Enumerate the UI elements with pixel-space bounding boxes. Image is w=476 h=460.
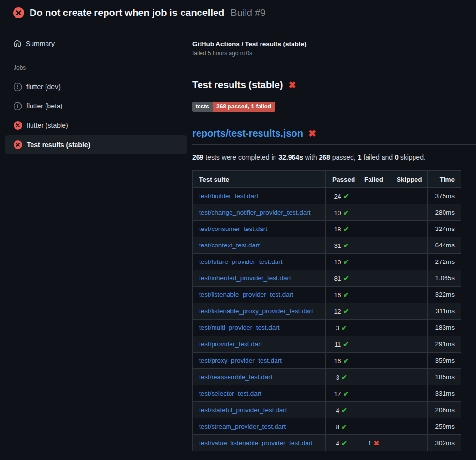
- time-cell: 185ms: [428, 369, 461, 385]
- skipped-cell: [390, 237, 428, 254]
- test-suite-link[interactable]: test/stateful_provider_test.dart: [199, 406, 287, 414]
- time-cell: 183ms: [428, 320, 461, 336]
- job-failed-icon: [14, 140, 22, 149]
- test-suite-link[interactable]: test/proxy_provider_test.dart: [199, 357, 282, 364]
- passed-cell: 4✔: [326, 435, 357, 451]
- passed-cell: 18✔: [326, 221, 357, 237]
- test-suite-link[interactable]: test/reassemble_test.dart: [199, 373, 273, 381]
- skipped-cell: [390, 204, 428, 221]
- test-suite-link[interactable]: test/value_listenable_provider_test.dart: [199, 439, 313, 446]
- time-cell: 302ms: [428, 435, 461, 451]
- passed-cell: 81✔: [326, 270, 357, 287]
- failed-cell: [357, 237, 390, 254]
- test-suite-link[interactable]: test/listenable_provider_test.dart: [199, 291, 293, 298]
- sidebar-item-flutter-dev[interactable]: flutter (dev): [5, 77, 187, 96]
- test-suite-link[interactable]: test/builder_test.dart: [199, 192, 258, 199]
- check-icon: ✔: [343, 291, 349, 299]
- sidebar-item-summary[interactable]: Summary: [0, 36, 192, 51]
- failed-cell: [357, 385, 390, 402]
- jobs-section-label: Jobs: [0, 64, 192, 71]
- passed-cell: 4✔: [326, 402, 357, 418]
- failed-cell: [357, 204, 390, 221]
- passed-cell: 3✔: [326, 369, 357, 385]
- job-cancelled-icon: [14, 83, 22, 91]
- column-header-failed: Failed: [357, 171, 390, 188]
- time-cell: 375ms: [428, 188, 461, 204]
- test-suite-link[interactable]: test/listenable_proxy_provider_test.dart: [199, 307, 313, 315]
- sidebar: Summary Jobs flutter (dev): [0, 25, 192, 154]
- table-row: test/context_test.dart 31✔ 644ms: [193, 237, 461, 254]
- test-suite-link[interactable]: test/multi_provider_test.dart: [199, 324, 280, 331]
- table-row: test/value_listenable_provider_test.dart…: [193, 435, 461, 451]
- check-icon: ✔: [341, 373, 347, 381]
- time-cell: 324ms: [428, 221, 461, 237]
- sidebar-item-flutter-stable[interactable]: flutter (stable): [5, 116, 187, 135]
- test-suite-link[interactable]: test/provider_test.dart: [199, 340, 262, 348]
- sidebar-item-flutter-beta[interactable]: flutter (beta): [5, 96, 187, 116]
- skipped-cell: [390, 320, 428, 336]
- skipped-cell: [390, 221, 428, 237]
- job-label: flutter (beta): [26, 102, 62, 110]
- time-cell: 272ms: [428, 254, 461, 270]
- failed-x-icon: ✖: [288, 80, 296, 90]
- summary-sentence: 269 tests were completed in 32.964s with…: [192, 153, 476, 161]
- passed-cell: 17✔: [326, 385, 357, 402]
- skipped-cell: [390, 369, 428, 385]
- failed-cell: 1✖: [357, 435, 390, 451]
- table-row: test/multi_provider_test.dart 3✔ 183ms: [193, 320, 461, 336]
- column-header-skipped: Skipped: [390, 171, 428, 188]
- passed-cell: 12✔: [326, 303, 357, 320]
- failed-cell: [357, 402, 390, 418]
- time-cell: 322ms: [428, 287, 461, 303]
- test-suite-link[interactable]: test/future_provider_test.dart: [199, 258, 283, 265]
- test-suite-link[interactable]: test/consumer_test.dart: [199, 225, 267, 232]
- time-cell: 206ms: [428, 402, 461, 418]
- table-row: test/proxy_provider_test.dart 16✔ 359ms: [193, 353, 461, 369]
- check-icon: ✔: [341, 406, 347, 414]
- skipped-cell: [390, 287, 428, 303]
- sidebar-summary-label: Summary: [26, 40, 55, 47]
- failed-cell: [357, 254, 390, 270]
- job-cancelled-icon: [14, 102, 22, 110]
- passed-cell: 16✔: [326, 353, 357, 369]
- skipped-cell: [390, 303, 428, 320]
- failed-cell: [357, 353, 390, 369]
- skipped-cell: [390, 188, 428, 204]
- run-failed-icon: [13, 7, 24, 18]
- report-failed-x-icon: ✖: [308, 129, 316, 138]
- failed-cell: [357, 303, 390, 320]
- check-icon: ✔: [343, 307, 349, 315]
- failed-cell: [357, 287, 390, 303]
- test-suite-link[interactable]: test/stream_provider_test.dart: [199, 423, 286, 430]
- passed-cell: 16✔: [326, 287, 357, 303]
- table-row: test/change_notifier_provider_test.dart …: [193, 204, 461, 221]
- table-row: test/stream_provider_test.dart 8✔ 259ms: [193, 418, 461, 435]
- table-row: test/reassemble_test.dart 3✔ 185ms: [193, 369, 461, 385]
- tests-badge[interactable]: tests 268 passed, 1 failed: [192, 102, 275, 112]
- test-suite-link[interactable]: test/change_notifier_provider_test.dart: [199, 209, 310, 216]
- run-build-number: Build #9: [230, 7, 265, 18]
- test-suite-link[interactable]: test/selector_test.dart: [199, 390, 261, 397]
- check-icon: ✔: [343, 209, 349, 216]
- skipped-cell: [390, 353, 428, 369]
- test-suite-link[interactable]: test/inherited_provider_test.dart: [199, 275, 291, 282]
- skipped-cell: [390, 270, 428, 287]
- column-header-passed: Passed: [326, 171, 357, 188]
- check-icon: ✔: [343, 242, 349, 249]
- table-row: test/provider_test.dart 11✔ 291ms: [193, 336, 461, 353]
- report-file-link[interactable]: reports/test-results.json: [192, 128, 303, 139]
- badge-value: 268 passed, 1 failed: [213, 102, 275, 112]
- passed-cell: 8✔: [326, 418, 357, 435]
- check-icon: ✔: [341, 423, 347, 430]
- sidebar-item-test-results-stable[interactable]: Test results (stable): [5, 135, 187, 154]
- time-cell: 1.065s: [428, 270, 461, 287]
- test-suite-link[interactable]: test/context_test.dart: [199, 242, 260, 249]
- table-row: test/listenable_proxy_provider_test.dart…: [193, 303, 461, 320]
- failed-cell: [357, 320, 390, 336]
- passed-cell: 10✔: [326, 204, 357, 221]
- section-title-row: Test results (stable) ✖: [192, 79, 476, 91]
- job-label: flutter (dev): [26, 83, 61, 91]
- job-label: flutter (stable): [27, 122, 68, 129]
- passed-cell: 10✔: [326, 254, 357, 270]
- time-cell: 280ms: [428, 204, 461, 221]
